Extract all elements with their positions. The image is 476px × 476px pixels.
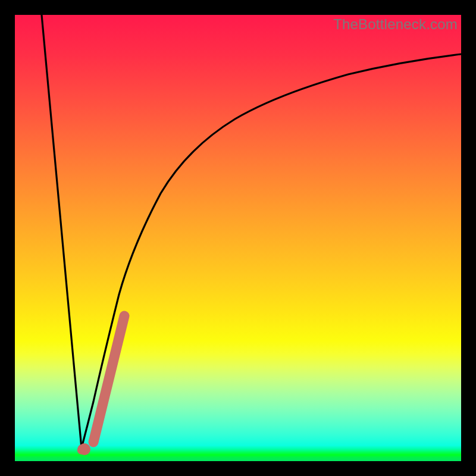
chart-frame: TheBottleneck.com — [0, 0, 476, 476]
curve-right-branch — [82, 54, 461, 448]
plot-area: TheBottleneck.com — [15, 15, 461, 461]
curve-layer — [15, 15, 461, 461]
trough-hook — [81, 448, 84, 451]
curve-left-branch — [42, 15, 82, 448]
